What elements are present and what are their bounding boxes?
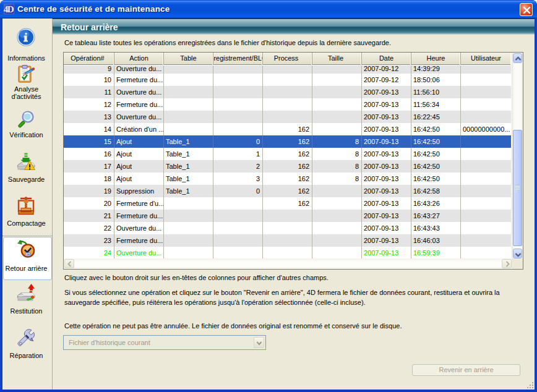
svg-text:ON: ON: [26, 254, 30, 256]
